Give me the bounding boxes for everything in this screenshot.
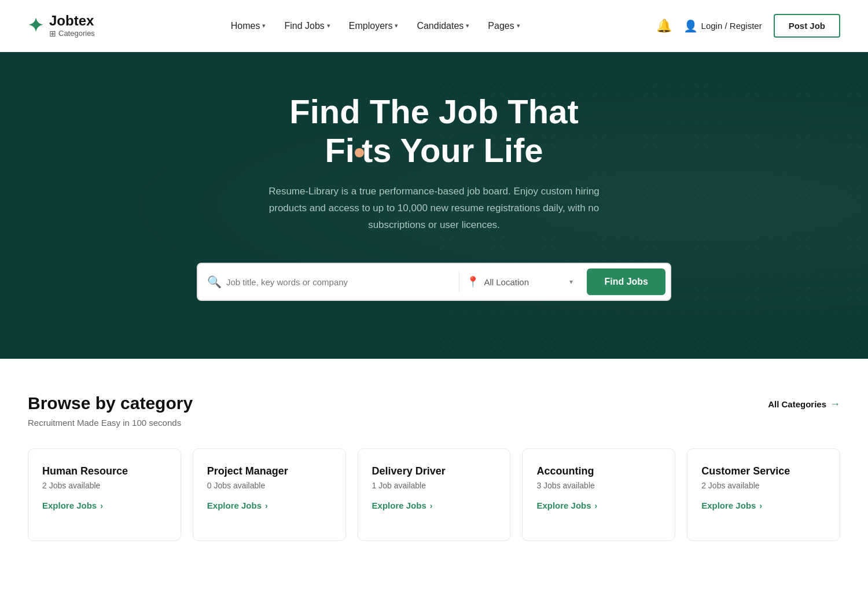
browse-header: Browse by category All Categories → (28, 393, 840, 413)
category-name: Project Manager (207, 465, 332, 477)
explore-jobs-link[interactable]: Explore Jobs › (372, 501, 496, 510)
explore-label: Explore Jobs (701, 501, 756, 510)
user-icon: 👤 (683, 19, 698, 33)
arrow-right-icon: › (100, 501, 103, 510)
category-cards-container: Human Resource 2 Jobs available Explore … (28, 448, 840, 541)
search-icon: 🔍 (207, 275, 222, 289)
arrow-right-icon: › (759, 501, 762, 510)
chevron-down-icon: ▾ (327, 22, 330, 30)
browse-title: Browse by category (28, 393, 193, 413)
explore-label: Explore Jobs (207, 501, 262, 510)
chevron-down-icon: ▾ (466, 22, 469, 30)
browse-title-area: Browse by category (28, 393, 193, 413)
find-jobs-button[interactable]: Find Jobs (587, 268, 665, 295)
browse-section: Browse by category All Categories → Recr… (0, 359, 868, 564)
nav-homes[interactable]: Homes ▾ (231, 21, 266, 31)
arrow-right-icon: › (430, 501, 433, 510)
nav-candidates[interactable]: Candidates ▾ (417, 21, 469, 31)
site-header: ✦ Jobtex ⊞ Categories Homes ▾ Find Jobs … (0, 0, 868, 52)
explore-jobs-link[interactable]: Explore Jobs › (207, 501, 332, 510)
jobs-available: 3 Jobs available (536, 481, 661, 490)
category-card: Project Manager 0 Jobs available Explore… (193, 448, 346, 541)
nav-find-jobs[interactable]: Find Jobs ▾ (284, 21, 330, 31)
logo-text: Jobtex ⊞ Categories (49, 13, 95, 38)
category-name: Customer Service (701, 465, 826, 477)
chevron-down-icon: ▾ (395, 22, 398, 30)
header-right: 🔔 👤 Login / Register Post Job (656, 14, 840, 38)
notification-bell-icon[interactable]: 🔔 (656, 19, 672, 34)
category-name: Accounting (536, 465, 661, 477)
explore-jobs-link[interactable]: Explore Jobs › (42, 501, 167, 510)
decorative-dot (355, 148, 364, 157)
jobs-available: 2 Jobs available (42, 481, 167, 490)
explore-label: Explore Jobs (536, 501, 591, 510)
category-card: Customer Service 2 Jobs available Explor… (687, 448, 840, 541)
hero-title: Find The Job That Fits Your Life (28, 93, 840, 170)
arrow-right-icon: › (265, 501, 268, 510)
login-register-area[interactable]: 👤 Login / Register (683, 19, 762, 33)
main-nav: Homes ▾ Find Jobs ▾ Employers ▾ Candidat… (231, 21, 520, 31)
logo-icon: ✦ (28, 16, 43, 35)
browse-subtitle: Recruitment Made Easy in 100 seconds (28, 418, 840, 428)
category-name: Delivery Driver (372, 465, 496, 477)
search-divider (459, 271, 459, 292)
hero-section: Find The Job That Fits Your Life Resume-… (0, 52, 868, 359)
search-input-area: 🔍 (207, 275, 452, 289)
explore-label: Explore Jobs (372, 501, 426, 510)
explore-label: Explore Jobs (42, 501, 97, 510)
search-bar-container: 🔍 📍 All Location ▾ Find Jobs (28, 263, 840, 301)
location-area: 📍 All Location ▾ (466, 275, 582, 288)
search-bar: 🔍 📍 All Location ▾ Find Jobs (197, 263, 671, 301)
location-select[interactable]: All Location (484, 277, 565, 287)
category-name: Human Resource (42, 465, 167, 477)
post-job-button[interactable]: Post Job (774, 14, 840, 38)
arrow-right-icon: › (595, 501, 598, 510)
search-input[interactable] (226, 277, 452, 287)
jobs-available: 2 Jobs available (701, 481, 826, 490)
hero-subtitle: Resume-Library is a true performance-bas… (249, 183, 619, 234)
all-categories-link[interactable]: All Categories → (768, 398, 840, 410)
chevron-down-icon: ▾ (569, 278, 573, 286)
category-card: Accounting 3 Jobs available Explore Jobs… (522, 448, 675, 541)
jobs-available: 1 Job available (372, 481, 496, 490)
logo-title: Jobtex (49, 13, 95, 28)
grid-icon: ⊞ (49, 29, 56, 38)
category-card: Delivery Driver 1 Job available Explore … (358, 448, 511, 541)
brand-area: ✦ Jobtex ⊞ Categories (28, 13, 95, 38)
logo-categories: ⊞ Categories (49, 29, 95, 38)
nav-pages[interactable]: Pages ▾ (488, 21, 520, 31)
chevron-down-icon: ▾ (517, 22, 520, 30)
explore-jobs-link[interactable]: Explore Jobs › (536, 501, 661, 510)
arrow-right-icon: → (830, 398, 840, 410)
category-card: Human Resource 2 Jobs available Explore … (28, 448, 181, 541)
nav-employers[interactable]: Employers ▾ (349, 21, 399, 31)
jobs-available: 0 Jobs available (207, 481, 332, 490)
chevron-down-icon: ▾ (262, 22, 266, 30)
location-pin-icon: 📍 (466, 275, 479, 288)
explore-jobs-link[interactable]: Explore Jobs › (701, 501, 826, 510)
